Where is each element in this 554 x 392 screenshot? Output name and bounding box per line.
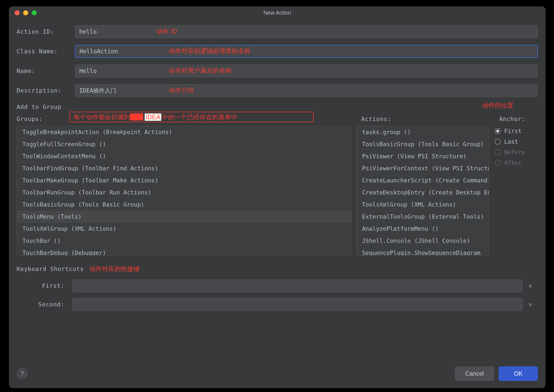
- list-item[interactable]: TouchBar (): [17, 235, 351, 247]
- description-label: Description:: [17, 87, 75, 94]
- list-item[interactable]: ToolWindowContextMenu (): [17, 150, 351, 162]
- list-item[interactable]: tasks.group (): [357, 126, 489, 138]
- anchor-radios: FirstLastBeforeAfter: [495, 126, 537, 256]
- radio-label: First: [504, 128, 522, 134]
- list-item[interactable]: TouchBarDebug (Debugger): [17, 247, 351, 255]
- list-item[interactable]: AnalyzePlatformMenu (): [357, 223, 489, 235]
- titlebar: New Action: [9, 7, 545, 19]
- action-id-input[interactable]: [75, 25, 538, 38]
- list-item[interactable]: ToolbarFindGroup (Toolbar Find Actions): [17, 162, 351, 174]
- actions-listbox[interactable]: tasks.group ()ToolsBasicGroup (Tools Bas…: [356, 126, 489, 256]
- maximize-icon[interactable]: [32, 10, 37, 15]
- list-item[interactable]: ToolbarMakeGroup (Toolbar Make Actions): [17, 174, 351, 186]
- clear-first-icon[interactable]: ×: [523, 282, 538, 290]
- list-item[interactable]: ToolbarRunGroup (Toolbar Run Actions): [17, 186, 351, 199]
- class-name-input[interactable]: [75, 45, 538, 58]
- list-item[interactable]: ToolsBasicGroup (Tools Basic Group): [17, 199, 351, 211]
- groups-label: Groups:: [17, 116, 69, 122]
- description-input[interactable]: [75, 84, 538, 97]
- anchor-label: Anchor:: [499, 116, 525, 122]
- list-item[interactable]: ToggleBreakpointAction (Breakpoint Actio…: [17, 126, 351, 138]
- anchor-radio-before: Before: [495, 147, 537, 158]
- list-item[interactable]: CreateDesktopEntry (Create Desktop Entry…: [357, 186, 489, 199]
- dialog-window: New Action Action ID: 动作 ID Class Name: …: [9, 7, 545, 388]
- radio-icon: [495, 160, 501, 166]
- second-shortcut-input[interactable]: [72, 298, 523, 311]
- name-input[interactable]: [75, 64, 538, 77]
- first-shortcut-label: First:: [17, 283, 72, 289]
- anchor-radio-after: After: [495, 158, 537, 168]
- list-item[interactable]: ToolsBasicGroup (Tools Basic Group): [357, 138, 489, 150]
- actions-label: Actions:: [361, 116, 391, 122]
- list-item[interactable]: ToggleFullScreenGroup (): [17, 138, 351, 150]
- second-shortcut-label: Second:: [17, 301, 72, 308]
- name-label: Name:: [17, 68, 75, 74]
- list-item[interactable]: CreateLauncherScript (Create Command-lin…: [357, 174, 489, 186]
- radio-label: After: [504, 160, 522, 166]
- groups-listbox[interactable]: ToggleBreakpointAction (Breakpoint Actio…: [17, 126, 352, 256]
- list-item[interactable]: SequencePlugin.ShowSequenceDiagram: [357, 247, 489, 255]
- cancel-button[interactable]: Cancel: [455, 366, 494, 381]
- list-item[interactable]: ToolsXmlGroup (XML Actions): [357, 199, 489, 211]
- radio-icon: [495, 139, 501, 145]
- clear-second-icon[interactable]: ×: [523, 300, 538, 309]
- first-shortcut-input[interactable]: [72, 279, 523, 292]
- list-item[interactable]: PsiViewer (View PSI Structure): [357, 150, 489, 162]
- close-icon[interactable]: [15, 10, 20, 15]
- help-button[interactable]: ?: [17, 368, 28, 379]
- shortcuts-section: Keyboard Shortcuts: [17, 266, 84, 272]
- anchor-radio-first[interactable]: First: [495, 126, 537, 136]
- window-title: New Action: [9, 10, 545, 16]
- anchor-radio-last[interactable]: Last: [495, 136, 537, 147]
- radio-label: Before: [504, 149, 525, 155]
- radio-label: Last: [504, 138, 518, 145]
- list-item[interactable]: ExternalToolsGroup (External Tools): [357, 211, 489, 223]
- list-item[interactable]: ToolsMenu (Tools): [17, 211, 351, 223]
- minimize-icon[interactable]: [23, 10, 28, 15]
- add-to-group-section: Add to Group: [17, 104, 538, 110]
- annotation-groups-note: 每个动作都会归属到 IDEA 中的一个已经存在的菜单中: [69, 112, 313, 122]
- class-name-label: Class Name:: [17, 48, 75, 55]
- list-item[interactable]: JShell.Console (JShell Console): [357, 235, 489, 247]
- action-id-label: Action ID:: [17, 28, 75, 35]
- ok-button[interactable]: OK: [499, 366, 538, 381]
- window-controls: [9, 10, 37, 15]
- list-item[interactable]: PsiViewerForContext (View PSI Structure …: [357, 162, 489, 174]
- annotation-shortcuts: 动作对应的快捷键: [89, 265, 140, 273]
- radio-icon: [495, 128, 501, 134]
- radio-icon: [495, 149, 501, 155]
- list-item[interactable]: ToolsXmlGroup (XML Actions): [17, 223, 351, 235]
